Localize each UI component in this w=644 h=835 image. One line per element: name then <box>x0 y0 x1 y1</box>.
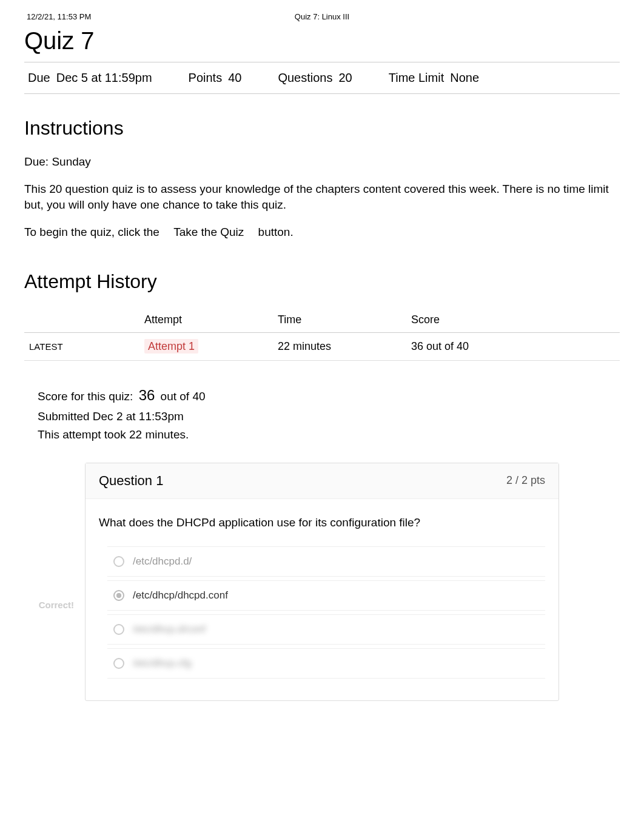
answer-text: /etc/dhcp/dhcpd.conf <box>133 589 228 602</box>
meta-questions-value: 20 <box>338 71 352 84</box>
instructions-section: Instructions Due: Sunday This 20 questio… <box>24 117 620 240</box>
radio-icon <box>113 624 124 635</box>
question-1: Correct! Question 1 2 / 2 pts What does … <box>24 463 620 701</box>
took-line: This attempt took 22 minutes. <box>38 426 620 444</box>
answer-text: /etc/dhcpd.d/ <box>133 555 192 568</box>
radio-icon <box>113 658 124 669</box>
answer-option: /etc/dhcp.d/conf <box>107 614 545 645</box>
instructions-begin: To begin the quiz, click the Take the Qu… <box>24 224 620 241</box>
col-attempt: Attempt <box>139 307 273 333</box>
answer-option: /etc/dhcpd.d/ <box>107 546 545 577</box>
meta-questions-label: Questions <box>278 71 332 84</box>
correct-badge: Correct! <box>39 600 74 610</box>
question-body: What does the DHCPd application use for … <box>86 499 558 700</box>
meta-points-value: 40 <box>228 71 241 84</box>
score-value: 36 <box>136 387 158 403</box>
row-tag: LATEST <box>24 333 139 361</box>
question-card: Question 1 2 / 2 pts What does the DHCPd… <box>85 463 559 701</box>
meta-due-value: Dec 5 at 11:59pm <box>56 71 152 84</box>
meta-due: DueDec 5 at 11:59pm <box>28 71 152 85</box>
row-score: 36 out of 40 <box>406 333 620 361</box>
meta-due-label: Due <box>28 71 50 84</box>
print-header: 12/2/21, 11:53 PM Quiz 7: Linux III <box>24 12 620 21</box>
radio-icon <box>113 556 124 567</box>
quiz-meta-bar: DueDec 5 at 11:59pm Points40 Questions20… <box>24 62 620 94</box>
score-line: Score for this quiz: 36 out of 40 <box>38 384 620 407</box>
instructions-heading: Instructions <box>24 117 620 139</box>
meta-timelimit: Time LimitNone <box>389 71 479 85</box>
col-blank <box>24 307 139 333</box>
instructions-desc: This 20 question quiz is to assess your … <box>24 181 620 213</box>
instructions-due: Due: Sunday <box>24 154 620 170</box>
table-row: LATEST Attempt 1 22 minutes 36 out of 40 <box>24 333 620 361</box>
row-time: 22 minutes <box>273 333 406 361</box>
submitted-line: Submitted Dec 2 at 11:53pm <box>38 407 620 426</box>
attempt-link[interactable]: Attempt 1 <box>144 339 198 354</box>
score-summary: Score for this quiz: 36 out of 40 Submit… <box>24 384 620 444</box>
row-attempt: Attempt 1 <box>139 333 273 361</box>
meta-points: Points40 <box>189 71 242 85</box>
question-points: 2 / 2 pts <box>506 474 545 487</box>
answer-text: /etc/dhcp.d/conf <box>133 623 206 635</box>
answer-text: /etc/dhcp.cfg <box>133 657 191 669</box>
attempt-history-heading: Attempt History <box>24 270 620 293</box>
meta-timelimit-value: None <box>450 71 479 84</box>
question-number: Question 1 <box>99 473 163 489</box>
col-time: Time <box>273 307 406 333</box>
question-header: Question 1 2 / 2 pts <box>86 463 558 499</box>
question-text: What does the DHCPd application use for … <box>99 516 545 529</box>
attempt-history-section: Attempt History Attempt Time Score LATES… <box>24 270 620 361</box>
print-doc-title: Quiz 7: Linux III <box>224 12 421 21</box>
table-header-row: Attempt Time Score <box>24 307 620 333</box>
radio-icon <box>113 590 124 601</box>
attempt-history-table: Attempt Time Score LATEST Attempt 1 22 m… <box>24 307 620 361</box>
take-quiz-label: Take the Quiz <box>163 226 255 238</box>
question-gutter: Correct! <box>24 463 85 701</box>
col-score: Score <box>406 307 620 333</box>
meta-timelimit-label: Time Limit <box>389 71 444 84</box>
answer-option: /etc/dhcp/dhcpd.conf <box>107 580 545 611</box>
answer-option: /etc/dhcp.cfg <box>107 648 545 679</box>
page-title: Quiz 7 <box>24 27 620 55</box>
meta-points-label: Points <box>189 71 223 84</box>
meta-questions: Questions20 <box>278 71 352 85</box>
print-timestamp: 12/2/21, 11:53 PM <box>27 12 224 21</box>
